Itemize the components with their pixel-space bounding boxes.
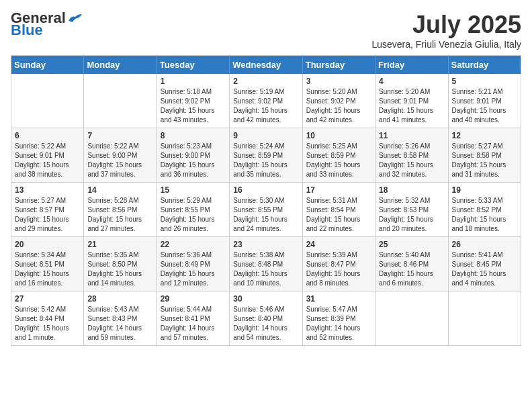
day-content: Sunrise: 5:31 AM Sunset: 8:54 PM Dayligh… — [306, 196, 371, 234]
day-number: 31 — [306, 294, 371, 304]
day-content: Sunrise: 5:38 AM Sunset: 8:48 PM Dayligh… — [233, 250, 298, 288]
day-number: 16 — [233, 185, 298, 195]
calendar-cell: 21Sunrise: 5:35 AM Sunset: 8:50 PM Dayli… — [84, 237, 157, 291]
calendar-cell: 26Sunrise: 5:41 AM Sunset: 8:45 PM Dayli… — [448, 237, 521, 291]
calendar-cell: 3Sunrise: 5:20 AM Sunset: 9:02 PM Daylig… — [302, 74, 375, 128]
calendar-cell: 27Sunrise: 5:42 AM Sunset: 8:44 PM Dayli… — [11, 291, 84, 346]
title-block: July 2025 Lusevera, Friuli Venezia Giuli… — [371, 11, 521, 50]
day-number: 8 — [161, 131, 226, 140]
day-content: Sunrise: 5:27 AM Sunset: 8:58 PM Dayligh… — [452, 142, 517, 179]
day-number: 6 — [15, 131, 80, 140]
header-saturday: Saturday — [448, 56, 521, 75]
calendar-cell: 18Sunrise: 5:32 AM Sunset: 8:53 PM Dayli… — [375, 183, 448, 237]
calendar-cell: 19Sunrise: 5:33 AM Sunset: 8:52 PM Dayli… — [448, 183, 521, 237]
calendar-cell: 24Sunrise: 5:39 AM Sunset: 8:47 PM Dayli… — [302, 237, 375, 291]
day-number: 3 — [306, 77, 371, 86]
day-content: Sunrise: 5:35 AM Sunset: 8:50 PM Dayligh… — [87, 250, 152, 288]
header-friday: Friday — [375, 56, 448, 75]
calendar-week-row: 20Sunrise: 5:34 AM Sunset: 8:51 PM Dayli… — [11, 237, 521, 291]
calendar-cell: 22Sunrise: 5:36 AM Sunset: 8:49 PM Dayli… — [157, 237, 229, 291]
day-content: Sunrise: 5:28 AM Sunset: 8:56 PM Dayligh… — [87, 196, 152, 234]
day-content: Sunrise: 5:24 AM Sunset: 8:59 PM Dayligh… — [233, 142, 298, 179]
calendar-cell: 7Sunrise: 5:22 AM Sunset: 9:00 PM Daylig… — [84, 128, 157, 183]
calendar-cell: 11Sunrise: 5:26 AM Sunset: 8:58 PM Dayli… — [375, 128, 448, 183]
header-sunday: Sunday — [11, 56, 84, 75]
calendar-cell — [84, 74, 157, 128]
day-content: Sunrise: 5:42 AM Sunset: 8:44 PM Dayligh… — [15, 305, 80, 342]
logo-blue: Blue — [11, 23, 43, 38]
header-thursday: Thursday — [302, 56, 375, 75]
calendar-cell: 15Sunrise: 5:29 AM Sunset: 8:55 PM Dayli… — [157, 183, 229, 237]
day-number: 4 — [379, 77, 444, 86]
month-title: July 2025 — [371, 11, 521, 39]
day-content: Sunrise: 5:41 AM Sunset: 8:45 PM Dayligh… — [452, 250, 517, 288]
calendar-cell: 10Sunrise: 5:25 AM Sunset: 8:59 PM Dayli… — [302, 128, 375, 183]
day-number: 30 — [233, 294, 298, 304]
calendar-week-row: 27Sunrise: 5:42 AM Sunset: 8:44 PM Dayli… — [11, 291, 521, 346]
day-content: Sunrise: 5:20 AM Sunset: 9:02 PM Dayligh… — [306, 87, 371, 125]
calendar-cell: 2Sunrise: 5:19 AM Sunset: 9:02 PM Daylig… — [230, 74, 302, 128]
day-content: Sunrise: 5:18 AM Sunset: 9:02 PM Dayligh… — [161, 87, 226, 125]
day-content: Sunrise: 5:22 AM Sunset: 9:01 PM Dayligh… — [15, 142, 80, 179]
calendar-cell: 6Sunrise: 5:22 AM Sunset: 9:01 PM Daylig… — [11, 128, 84, 183]
calendar-cell: 17Sunrise: 5:31 AM Sunset: 8:54 PM Dayli… — [302, 183, 375, 237]
calendar-cell: 4Sunrise: 5:20 AM Sunset: 9:01 PM Daylig… — [375, 74, 448, 128]
day-number: 12 — [452, 131, 517, 140]
calendar-cell: 23Sunrise: 5:38 AM Sunset: 8:48 PM Dayli… — [230, 237, 302, 291]
header-wednesday: Wednesday — [230, 56, 302, 75]
day-number: 15 — [161, 185, 226, 195]
day-content: Sunrise: 5:40 AM Sunset: 8:46 PM Dayligh… — [379, 250, 444, 288]
day-content: Sunrise: 5:39 AM Sunset: 8:47 PM Dayligh… — [306, 250, 371, 288]
calendar-cell: 20Sunrise: 5:34 AM Sunset: 8:51 PM Dayli… — [11, 237, 84, 291]
day-number: 5 — [452, 77, 517, 86]
day-number: 7 — [87, 131, 152, 140]
day-content: Sunrise: 5:29 AM Sunset: 8:55 PM Dayligh… — [161, 196, 226, 234]
day-content: Sunrise: 5:46 AM Sunset: 8:40 PM Dayligh… — [233, 305, 298, 342]
day-number: 19 — [452, 185, 517, 195]
calendar-cell: 9Sunrise: 5:24 AM Sunset: 8:59 PM Daylig… — [230, 128, 302, 183]
day-number: 18 — [379, 185, 444, 195]
day-content: Sunrise: 5:23 AM Sunset: 9:00 PM Dayligh… — [161, 142, 226, 179]
calendar-cell: 29Sunrise: 5:44 AM Sunset: 8:41 PM Dayli… — [157, 291, 229, 346]
calendar-cell: 14Sunrise: 5:28 AM Sunset: 8:56 PM Dayli… — [84, 183, 157, 237]
calendar-cell: 1Sunrise: 5:18 AM Sunset: 9:02 PM Daylig… — [157, 74, 229, 128]
day-number: 11 — [379, 131, 444, 140]
day-number: 20 — [15, 240, 80, 249]
logo-bird-icon — [67, 13, 82, 24]
calendar-cell: 16Sunrise: 5:30 AM Sunset: 8:55 PM Dayli… — [230, 183, 302, 237]
logo: General Blue — [11, 11, 82, 38]
day-number: 28 — [87, 294, 152, 304]
day-content: Sunrise: 5:25 AM Sunset: 8:59 PM Dayligh… — [306, 142, 371, 179]
day-number: 2 — [233, 77, 298, 86]
calendar-cell: 8Sunrise: 5:23 AM Sunset: 9:00 PM Daylig… — [157, 128, 229, 183]
day-number: 27 — [15, 294, 80, 304]
day-number: 10 — [306, 131, 371, 140]
day-number: 1 — [161, 77, 226, 86]
day-content: Sunrise: 5:30 AM Sunset: 8:55 PM Dayligh… — [233, 196, 298, 234]
calendar-table: SundayMondayTuesdayWednesdayThursdayFrid… — [11, 55, 521, 346]
header-tuesday: Tuesday — [157, 56, 229, 75]
day-number: 24 — [306, 240, 371, 249]
day-content: Sunrise: 5:20 AM Sunset: 9:01 PM Dayligh… — [379, 87, 444, 125]
calendar-cell: 31Sunrise: 5:47 AM Sunset: 8:39 PM Dayli… — [302, 291, 375, 346]
calendar-cell: 5Sunrise: 5:21 AM Sunset: 9:01 PM Daylig… — [448, 74, 521, 128]
day-number: 23 — [233, 240, 298, 249]
calendar-cell: 30Sunrise: 5:46 AM Sunset: 8:40 PM Dayli… — [230, 291, 302, 346]
day-content: Sunrise: 5:22 AM Sunset: 9:00 PM Dayligh… — [87, 142, 152, 179]
calendar-cell: 12Sunrise: 5:27 AM Sunset: 8:58 PM Dayli… — [448, 128, 521, 183]
day-number: 14 — [87, 185, 152, 195]
day-content: Sunrise: 5:47 AM Sunset: 8:39 PM Dayligh… — [306, 305, 371, 342]
header-monday: Monday — [84, 56, 157, 75]
day-number: 29 — [161, 294, 226, 304]
calendar-cell: 25Sunrise: 5:40 AM Sunset: 8:46 PM Dayli… — [375, 237, 448, 291]
day-number: 13 — [15, 185, 80, 195]
calendar-week-row: 6Sunrise: 5:22 AM Sunset: 9:01 PM Daylig… — [11, 128, 521, 183]
day-content: Sunrise: 5:44 AM Sunset: 8:41 PM Dayligh… — [161, 305, 226, 342]
day-content: Sunrise: 5:26 AM Sunset: 8:58 PM Dayligh… — [379, 142, 444, 179]
day-content: Sunrise: 5:43 AM Sunset: 8:43 PM Dayligh… — [87, 305, 152, 342]
day-content: Sunrise: 5:32 AM Sunset: 8:53 PM Dayligh… — [379, 196, 444, 234]
calendar-header-row: SundayMondayTuesdayWednesdayThursdayFrid… — [11, 56, 521, 75]
calendar-week-row: 13Sunrise: 5:27 AM Sunset: 8:57 PM Dayli… — [11, 183, 521, 237]
calendar-cell — [375, 291, 448, 346]
calendar-cell: 28Sunrise: 5:43 AM Sunset: 8:43 PM Dayli… — [84, 291, 157, 346]
